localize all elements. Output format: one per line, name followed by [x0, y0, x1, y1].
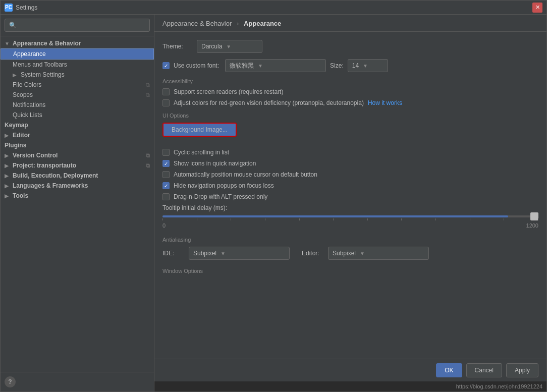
antialiasing-row: IDE: Subpixel ▼ Editor: Subpixel ▼	[162, 247, 538, 260]
sidebar-item-file-colors[interactable]: File Colors ⧉	[1, 80, 154, 90]
font-dropdown[interactable]: 微软雅黑 ▼	[225, 59, 326, 72]
sidebar-nav: ▼ Appearance & Behavior Appearance Menus…	[1, 36, 154, 372]
window-title: Settings	[16, 4, 532, 11]
sidebar-item-appearance[interactable]: Appearance	[1, 48, 154, 60]
sidebar: 🔍 ▼ Appearance & Behavior Appearance Men…	[1, 15, 154, 391]
breadcrumb-separator: ›	[237, 20, 239, 27]
search-icon: 🔍	[9, 22, 17, 29]
editor-antialiasing-dropdown[interactable]: Subpixel ▼	[328, 247, 429, 260]
sidebar-item-keymap[interactable]: Keymap	[1, 120, 154, 130]
url-text: https://blog.csdn.net/john19921224	[456, 383, 542, 389]
sidebar-section-label: Build, Execution, Deployment	[13, 172, 98, 179]
window-options-header: Window Options	[162, 268, 538, 274]
slider-max: 1200	[526, 222, 538, 229]
sidebar-item-editor[interactable]: ▶ Editor	[1, 130, 154, 140]
accessibility-section-header: Accessibility	[162, 78, 538, 84]
sidebar-item-plugins[interactable]: Plugins	[1, 140, 154, 150]
sidebar-section-label: Keymap	[5, 122, 28, 129]
antialiasing-section-header: Antialiasing	[162, 237, 538, 243]
background-image-button[interactable]: Background Image...	[162, 123, 237, 137]
chevron-down-icon: ▼	[226, 44, 231, 49]
sidebar-item-menus-toolbars[interactable]: Menus and Toolbars	[1, 60, 154, 70]
font-value: 微软雅黑	[230, 62, 254, 70]
help-button[interactable]: ?	[5, 376, 16, 387]
sidebar-item-scopes[interactable]: Scopes ⧉	[1, 90, 154, 100]
breadcrumb-parent: Appearance & Behavior	[162, 20, 232, 27]
sidebar-section-label: Plugins	[5, 142, 26, 149]
size-value: 14	[352, 62, 359, 69]
sidebar-item-label: Menus and Toolbars	[13, 61, 67, 68]
apply-button[interactable]: Apply	[506, 363, 538, 377]
sidebar-item-languages-frameworks[interactable]: ▶ Languages & Frameworks	[1, 181, 154, 191]
theme-dropdown[interactable]: Darcula ▼	[197, 40, 262, 53]
chevron-down-icon: ▼	[258, 63, 263, 69]
show-icons-checkbox[interactable]	[162, 160, 170, 167]
sidebar-section-label: Version Control	[13, 152, 58, 159]
sidebar-bottom: ?	[1, 372, 154, 391]
settings-window: PC Settings ✕ 🔍 ▼ Appearance & Behavior …	[0, 0, 547, 392]
titlebar: PC Settings ✕	[1, 1, 546, 15]
theme-value: Darcula	[201, 43, 222, 50]
search-wrapper[interactable]: 🔍	[5, 19, 150, 32]
sidebar-item-quick-lists[interactable]: Quick Lists	[1, 110, 154, 120]
chevron-down-icon: ▼	[363, 63, 368, 69]
auto-position-label: Automatically position mouse cursor on d…	[174, 171, 317, 178]
expand-arrow-icon: ▼	[5, 41, 11, 46]
panel-header: Appearance & Behavior › Appearance	[154, 15, 546, 32]
cyclic-scrolling-label: Cyclic scrolling in list	[174, 149, 229, 156]
cyclic-scrolling-checkbox[interactable]	[162, 149, 170, 156]
sidebar-item-notifications[interactable]: Notifications	[1, 100, 154, 110]
copy-icon: ⧉	[146, 92, 150, 98]
expand-arrow-icon: ▶	[5, 163, 11, 169]
custom-font-checkbox[interactable]	[162, 62, 170, 69]
ide-antialiasing-value: Subpixel	[193, 250, 216, 257]
cancel-button[interactable]: Cancel	[466, 363, 502, 377]
size-label: Size:	[330, 62, 344, 69]
search-input[interactable]	[19, 22, 145, 29]
sidebar-item-system-settings[interactable]: ▶ System Settings	[1, 70, 154, 80]
close-button[interactable]: ✕	[532, 3, 542, 13]
panel-body: Theme: Darcula ▼ Use custom font: 微软雅黑 ▼…	[154, 32, 546, 359]
sidebar-item-version-control[interactable]: ▶ Version Control ⧉	[1, 150, 154, 160]
sidebar-item-build-execution[interactable]: ▶ Build, Execution, Deployment	[1, 171, 154, 181]
color-adjust-checkbox[interactable]	[162, 99, 170, 106]
ide-antialiasing-dropdown[interactable]: Subpixel ▼	[189, 247, 290, 260]
cyclic-scrolling-row: Cyclic scrolling in list	[162, 149, 538, 156]
expand-arrow-icon: ▶	[5, 153, 11, 158]
hide-nav-popups-checkbox[interactable]	[162, 182, 170, 189]
how-it-works-link[interactable]: How it works	[368, 99, 402, 106]
screen-readers-label: Support screen readers (requires restart…	[174, 88, 283, 95]
sidebar-item-label: Scopes	[13, 91, 33, 98]
editor-label: Editor:	[302, 250, 322, 257]
app-icon: PC	[5, 4, 13, 12]
slider-values: 0 1200	[162, 222, 538, 229]
tooltip-slider-track[interactable]	[162, 215, 538, 217]
drag-drop-row: Drag-n-Drop with ALT pressed only	[162, 193, 538, 200]
main-content: 🔍 ▼ Appearance & Behavior Appearance Men…	[1, 15, 546, 391]
drag-drop-checkbox[interactable]	[162, 193, 170, 200]
sidebar-item-project[interactable]: ▶ Project: transportauto ⧉	[1, 160, 154, 171]
expand-arrow-icon: ▶	[5, 183, 11, 189]
theme-label: Theme:	[162, 43, 193, 50]
size-dropdown[interactable]: 14 ▼	[348, 59, 388, 72]
drag-drop-label: Drag-n-Drop with ALT pressed only	[174, 193, 267, 200]
url-bar: https://blog.csdn.net/john19921224	[154, 381, 546, 391]
sidebar-section-label: Editor	[13, 132, 30, 139]
sidebar-item-label: File Colors	[13, 81, 41, 88]
chevron-down-icon: ▼	[221, 251, 226, 256]
ide-label: IDE:	[162, 250, 183, 257]
expand-arrow-icon: ▶	[5, 173, 11, 179]
auto-position-checkbox[interactable]	[162, 171, 170, 178]
copy-icon: ⧉	[146, 82, 150, 88]
sidebar-item-tools[interactable]: ▶ Tools	[1, 191, 154, 201]
tooltip-slider-container: Tooltip initial delay (ms):	[162, 204, 538, 229]
show-icons-row: Show icons in quick navigation	[162, 160, 538, 167]
sidebar-item-label: System Settings	[21, 71, 65, 78]
sidebar-item-label: Quick Lists	[13, 111, 42, 119]
screen-readers-checkbox[interactable]	[162, 88, 170, 95]
hide-nav-popups-label: Hide navigation popups on focus loss	[174, 182, 274, 189]
sidebar-section-label: Appearance & Behavior	[13, 40, 81, 47]
sidebar-item-appearance-behavior[interactable]: ▼ Appearance & Behavior	[1, 38, 154, 48]
theme-row: Theme: Darcula ▼	[162, 40, 538, 53]
ok-button[interactable]: OK	[436, 363, 462, 377]
